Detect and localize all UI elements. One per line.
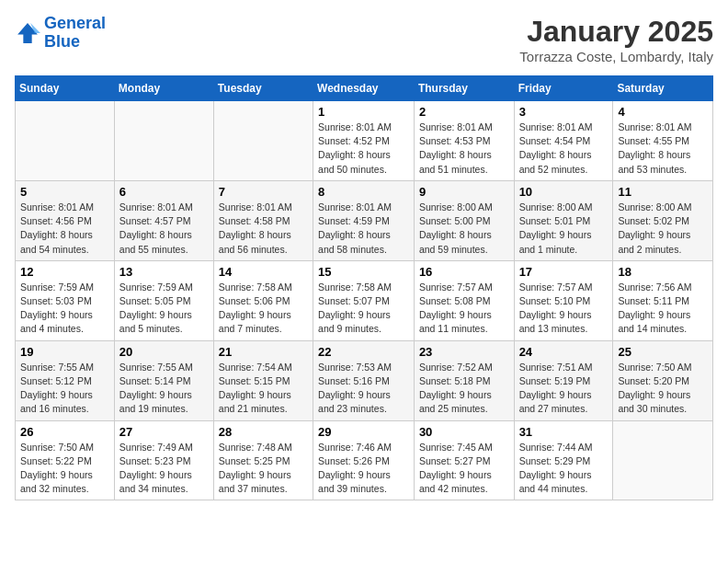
- svg-marker-0: [17, 23, 38, 43]
- day-number: 28: [219, 425, 308, 439]
- calendar-cell: 7Sunrise: 8:01 AM Sunset: 4:58 PM Daylig…: [213, 180, 313, 260]
- day-number: 3: [519, 105, 609, 119]
- day-info: Sunrise: 8:01 AM Sunset: 4:54 PM Dayligh…: [519, 121, 609, 177]
- calendar-cell: 15Sunrise: 7:58 AM Sunset: 5:07 PM Dayli…: [313, 260, 415, 340]
- weekday-header-saturday: Saturday: [613, 76, 713, 101]
- calendar-cell: [16, 101, 115, 181]
- calendar-cell: 5Sunrise: 8:01 AM Sunset: 4:56 PM Daylig…: [16, 180, 115, 260]
- location-title: Torrazza Coste, Lombardy, Italy: [519, 49, 713, 64]
- calendar-cell: 14Sunrise: 7:58 AM Sunset: 5:06 PM Dayli…: [213, 260, 313, 340]
- day-info: Sunrise: 7:50 AM Sunset: 5:20 PM Dayligh…: [618, 361, 708, 417]
- day-info: Sunrise: 7:58 AM Sunset: 5:07 PM Dayligh…: [318, 281, 409, 337]
- logo-text: General Blue: [44, 15, 106, 52]
- day-number: 25: [618, 345, 708, 359]
- calendar-cell: 18Sunrise: 7:56 AM Sunset: 5:11 PM Dayli…: [613, 260, 713, 340]
- calendar-week-row: 5Sunrise: 8:01 AM Sunset: 4:56 PM Daylig…: [16, 180, 713, 260]
- day-info: Sunrise: 7:55 AM Sunset: 5:14 PM Dayligh…: [119, 361, 209, 417]
- calendar-cell: 24Sunrise: 7:51 AM Sunset: 5:19 PM Dayli…: [514, 340, 613, 420]
- calendar-cell: 31Sunrise: 7:44 AM Sunset: 5:29 PM Dayli…: [514, 420, 613, 500]
- day-number: 4: [618, 105, 708, 119]
- day-number: 9: [419, 185, 509, 199]
- day-info: Sunrise: 7:59 AM Sunset: 5:03 PM Dayligh…: [20, 281, 109, 337]
- calendar-week-row: 12Sunrise: 7:59 AM Sunset: 5:03 PM Dayli…: [16, 260, 713, 340]
- day-info: Sunrise: 7:57 AM Sunset: 5:10 PM Dayligh…: [519, 281, 609, 337]
- day-number: 24: [519, 345, 609, 359]
- calendar-cell: [613, 420, 713, 500]
- calendar-week-row: 19Sunrise: 7:55 AM Sunset: 5:12 PM Dayli…: [16, 340, 713, 420]
- calendar-cell: 9Sunrise: 8:00 AM Sunset: 5:00 PM Daylig…: [414, 180, 514, 260]
- day-number: 27: [119, 425, 209, 439]
- day-number: 18: [618, 265, 708, 279]
- day-number: 31: [519, 425, 609, 439]
- day-number: 21: [219, 345, 308, 359]
- calendar-cell: 4Sunrise: 8:01 AM Sunset: 4:55 PM Daylig…: [613, 101, 713, 181]
- day-info: Sunrise: 7:48 AM Sunset: 5:25 PM Dayligh…: [219, 441, 308, 497]
- day-info: Sunrise: 8:00 AM Sunset: 5:00 PM Dayligh…: [419, 201, 509, 257]
- day-number: 1: [318, 105, 409, 119]
- day-info: Sunrise: 8:01 AM Sunset: 4:52 PM Dayligh…: [318, 121, 409, 177]
- calendar-cell: 20Sunrise: 7:55 AM Sunset: 5:14 PM Dayli…: [114, 340, 213, 420]
- day-number: 19: [20, 345, 109, 359]
- day-number: 16: [419, 265, 509, 279]
- page-header: General Blue January 2025 Torrazza Coste…: [15, 15, 713, 64]
- calendar-cell: 17Sunrise: 7:57 AM Sunset: 5:10 PM Dayli…: [514, 260, 613, 340]
- day-number: 15: [318, 265, 409, 279]
- day-info: Sunrise: 8:01 AM Sunset: 4:58 PM Dayligh…: [219, 201, 308, 257]
- calendar-cell: 12Sunrise: 7:59 AM Sunset: 5:03 PM Dayli…: [16, 260, 115, 340]
- day-info: Sunrise: 8:01 AM Sunset: 4:53 PM Dayligh…: [419, 121, 509, 177]
- day-info: Sunrise: 8:01 AM Sunset: 4:59 PM Dayligh…: [318, 201, 409, 257]
- weekday-header-sunday: Sunday: [16, 76, 115, 101]
- day-info: Sunrise: 7:53 AM Sunset: 5:16 PM Dayligh…: [318, 361, 409, 417]
- logo-icon: [15, 20, 40, 46]
- day-number: 29: [318, 425, 409, 439]
- day-info: Sunrise: 7:51 AM Sunset: 5:19 PM Dayligh…: [519, 361, 609, 417]
- day-info: Sunrise: 7:58 AM Sunset: 5:06 PM Dayligh…: [219, 281, 308, 337]
- calendar-cell: 8Sunrise: 8:01 AM Sunset: 4:59 PM Daylig…: [313, 180, 415, 260]
- day-number: 22: [318, 345, 409, 359]
- calendar-table: SundayMondayTuesdayWednesdayThursdayFrid…: [15, 75, 713, 500]
- day-number: 2: [419, 105, 509, 119]
- calendar-cell: 30Sunrise: 7:45 AM Sunset: 5:27 PM Dayli…: [414, 420, 514, 500]
- day-info: Sunrise: 7:56 AM Sunset: 5:11 PM Dayligh…: [618, 281, 708, 337]
- weekday-header-tuesday: Tuesday: [213, 76, 313, 101]
- day-info: Sunrise: 7:45 AM Sunset: 5:27 PM Dayligh…: [419, 441, 509, 497]
- day-info: Sunrise: 7:50 AM Sunset: 5:22 PM Dayligh…: [20, 441, 109, 497]
- weekday-header-friday: Friday: [514, 76, 613, 101]
- day-number: 11: [618, 185, 708, 199]
- day-number: 13: [119, 265, 209, 279]
- day-number: 23: [419, 345, 509, 359]
- day-number: 5: [20, 185, 109, 199]
- day-number: 8: [318, 185, 409, 199]
- calendar-cell: 2Sunrise: 8:01 AM Sunset: 4:53 PM Daylig…: [414, 101, 514, 181]
- weekday-header-row: SundayMondayTuesdayWednesdayThursdayFrid…: [16, 76, 713, 101]
- day-info: Sunrise: 8:00 AM Sunset: 5:01 PM Dayligh…: [519, 201, 609, 257]
- calendar-cell: 29Sunrise: 7:46 AM Sunset: 5:26 PM Dayli…: [313, 420, 415, 500]
- day-number: 7: [219, 185, 308, 199]
- logo: General Blue: [15, 15, 106, 52]
- calendar-week-row: 1Sunrise: 8:01 AM Sunset: 4:52 PM Daylig…: [16, 101, 713, 181]
- calendar-cell: 11Sunrise: 8:00 AM Sunset: 5:02 PM Dayli…: [613, 180, 713, 260]
- calendar-cell: 13Sunrise: 7:59 AM Sunset: 5:05 PM Dayli…: [114, 260, 213, 340]
- calendar-cell: 6Sunrise: 8:01 AM Sunset: 4:57 PM Daylig…: [114, 180, 213, 260]
- calendar-cell: 19Sunrise: 7:55 AM Sunset: 5:12 PM Dayli…: [16, 340, 115, 420]
- calendar-cell: [213, 101, 313, 181]
- day-number: 20: [119, 345, 209, 359]
- day-info: Sunrise: 7:54 AM Sunset: 5:15 PM Dayligh…: [219, 361, 308, 417]
- calendar-cell: 27Sunrise: 7:49 AM Sunset: 5:23 PM Dayli…: [114, 420, 213, 500]
- weekday-header-monday: Monday: [114, 76, 213, 101]
- calendar-cell: [114, 101, 213, 181]
- calendar-cell: 25Sunrise: 7:50 AM Sunset: 5:20 PM Dayli…: [613, 340, 713, 420]
- day-info: Sunrise: 7:44 AM Sunset: 5:29 PM Dayligh…: [519, 441, 609, 497]
- calendar-cell: 28Sunrise: 7:48 AM Sunset: 5:25 PM Dayli…: [213, 420, 313, 500]
- calendar-week-row: 26Sunrise: 7:50 AM Sunset: 5:22 PM Dayli…: [16, 420, 713, 500]
- title-block: January 2025 Torrazza Coste, Lombardy, I…: [519, 15, 713, 64]
- weekday-header-thursday: Thursday: [414, 76, 514, 101]
- month-title: January 2025: [519, 15, 713, 49]
- calendar-cell: 16Sunrise: 7:57 AM Sunset: 5:08 PM Dayli…: [414, 260, 514, 340]
- day-info: Sunrise: 8:01 AM Sunset: 4:55 PM Dayligh…: [618, 121, 708, 177]
- calendar-cell: 23Sunrise: 7:52 AM Sunset: 5:18 PM Dayli…: [414, 340, 514, 420]
- day-number: 6: [119, 185, 209, 199]
- day-number: 14: [219, 265, 308, 279]
- calendar-cell: 26Sunrise: 7:50 AM Sunset: 5:22 PM Dayli…: [16, 420, 115, 500]
- day-info: Sunrise: 7:49 AM Sunset: 5:23 PM Dayligh…: [119, 441, 209, 497]
